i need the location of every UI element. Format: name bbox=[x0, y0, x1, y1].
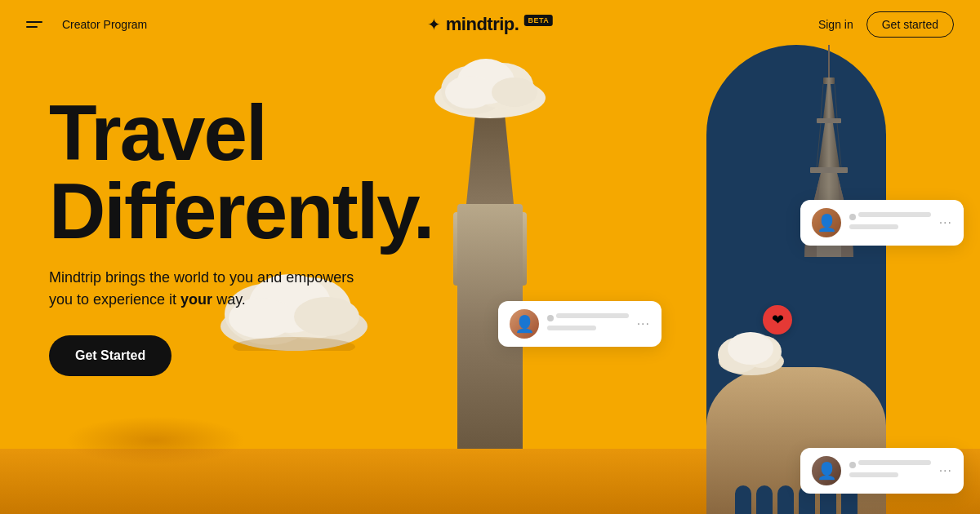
card-content-bot bbox=[849, 460, 931, 481]
cloud-arch-right bbox=[715, 330, 788, 375]
location-icon-top bbox=[849, 214, 856, 220]
location-icon-bot bbox=[849, 462, 856, 468]
hero-subtext-end: way. bbox=[212, 291, 246, 308]
big-ben-image bbox=[433, 106, 547, 449]
sign-in-button[interactable]: Sign in bbox=[818, 18, 853, 31]
svg-line-12 bbox=[821, 84, 823, 118]
avatar-bot: 👤 bbox=[812, 456, 841, 485]
svg-line-13 bbox=[835, 84, 837, 118]
hero-section: Travel Differently. Mindtrip brings the … bbox=[49, 94, 433, 376]
avatar-face-top: 👤 bbox=[817, 215, 837, 231]
heart-like-badge: ❤ bbox=[763, 305, 792, 335]
user-card-mid: 👤 ··· bbox=[498, 301, 662, 347]
card-line-short-top bbox=[849, 224, 898, 229]
svg-point-18 bbox=[445, 76, 494, 109]
svg-rect-1 bbox=[823, 78, 835, 84]
logo-name: mindtrip bbox=[446, 14, 514, 34]
logo-spark-icon: ✦ bbox=[427, 15, 441, 34]
heading-line-2: Differently. bbox=[49, 167, 433, 255]
card-location-bot bbox=[849, 460, 931, 469]
hero-cta-button[interactable]: Get Started bbox=[49, 335, 172, 376]
user-card-bot: 👤 ··· bbox=[800, 448, 964, 494]
svg-point-30 bbox=[728, 332, 773, 365]
avatar-face-mid: 👤 bbox=[514, 316, 535, 332]
card-menu-mid[interactable]: ··· bbox=[637, 317, 650, 331]
hero-subtext-bold: your bbox=[180, 291, 212, 308]
svg-marker-2 bbox=[823, 84, 835, 118]
floor-shadow bbox=[65, 416, 245, 465]
card-content-mid bbox=[547, 313, 629, 335]
svg-rect-5 bbox=[810, 167, 848, 173]
beta-badge: BETA bbox=[523, 15, 553, 26]
get-started-nav-button[interactable]: Get started bbox=[866, 11, 954, 38]
card-line-short-bot bbox=[849, 472, 898, 477]
heading-line-1: Travel bbox=[49, 89, 266, 176]
logo-period: . bbox=[514, 14, 519, 34]
logo: ✦ mindtrip. BETA bbox=[427, 14, 553, 35]
svg-point-19 bbox=[492, 78, 537, 107]
card-menu-bot[interactable]: ··· bbox=[939, 463, 952, 478]
hero-subtext: Mindtrip brings the world to you and emp… bbox=[49, 267, 359, 311]
nav-left: Creator Program bbox=[26, 18, 147, 31]
heart-icon: ❤ bbox=[772, 311, 784, 329]
user-card-top: 👤 ··· bbox=[800, 200, 964, 246]
svg-rect-3 bbox=[817, 118, 841, 123]
nav-right: Sign in Get started bbox=[818, 11, 954, 38]
avatar-mid: 👤 bbox=[510, 309, 539, 339]
hero-heading: Travel Differently. bbox=[49, 94, 433, 250]
avatar-face-bot: 👤 bbox=[817, 463, 837, 479]
card-line-bot bbox=[858, 460, 931, 465]
card-line-short-mid bbox=[547, 326, 596, 330]
card-location-mid bbox=[547, 313, 629, 322]
creator-program-link[interactable]: Creator Program bbox=[62, 18, 147, 31]
svg-marker-4 bbox=[818, 123, 840, 167]
navbar: Creator Program ✦ mindtrip. BETA Sign in… bbox=[0, 0, 980, 49]
card-line-top bbox=[858, 212, 931, 217]
avatar-top: 👤 bbox=[812, 208, 841, 237]
card-location-top bbox=[849, 212, 931, 221]
logo-wordmark: mindtrip. bbox=[446, 14, 519, 35]
hamburger-menu-icon[interactable] bbox=[26, 21, 42, 28]
card-content-top bbox=[849, 212, 931, 233]
location-icon-mid bbox=[547, 315, 554, 321]
card-line-mid bbox=[556, 313, 629, 318]
card-menu-top[interactable]: ··· bbox=[939, 215, 952, 230]
cloud-top bbox=[425, 53, 555, 118]
